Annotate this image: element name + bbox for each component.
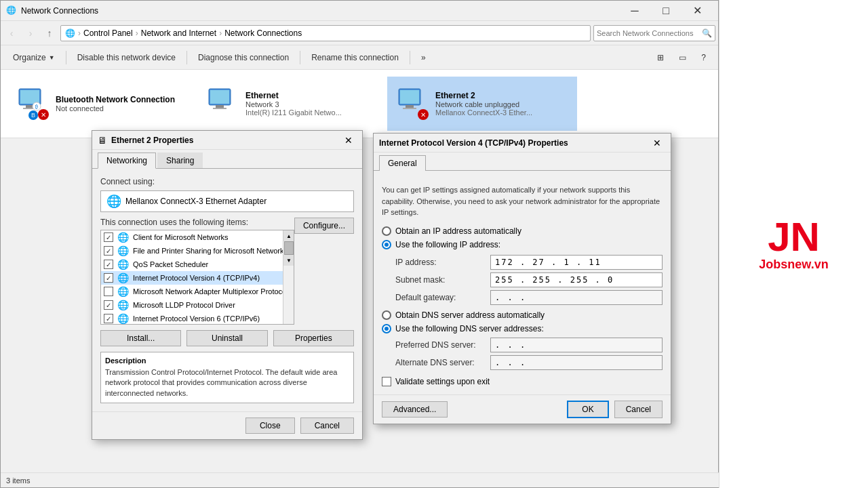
eth2-cancel-button[interactable]: Cancel bbox=[300, 418, 354, 434]
ethernet2-icon-wrapper: ✕ bbox=[396, 87, 429, 120]
dns-manual-label: Use the following DNS server addresses: bbox=[395, 324, 544, 333]
list-item[interactable]: 🌐Internet Protocol Version 6 (TCP/IPv6) bbox=[101, 312, 294, 324]
list-item[interactable]: 🌐File and Printer Sharing for Microsoft … bbox=[101, 244, 294, 258]
list-item[interactable]: 🌐Internet Protocol Version 4 (TCP/IPv4) bbox=[101, 271, 294, 285]
list-item-checkbox[interactable] bbox=[104, 232, 113, 242]
scrollbar-up-button[interactable]: ▲ bbox=[283, 230, 294, 241]
list-item-icon: 🌐 bbox=[117, 272, 129, 283]
validate-checkbox[interactable] bbox=[382, 377, 391, 386]
list-item-text: Internet Protocol Version 4 (TCP/IPv4) bbox=[133, 274, 260, 282]
preferred-dns-label: Preferred DNS server: bbox=[395, 340, 490, 350]
eth2-close-button[interactable]: ✕ bbox=[340, 132, 357, 148]
ip-fields: IP address: 172 . 27 . 1 . 11 Subnet mas… bbox=[395, 255, 663, 305]
window-controls: ─ □ ✕ bbox=[619, 1, 713, 21]
scrollbar-down-button[interactable]: ▼ bbox=[283, 255, 294, 266]
properties-button[interactable]: Properties bbox=[273, 330, 354, 346]
eth2-close-bottom-button[interactable]: Close bbox=[245, 418, 295, 434]
use-following-ip-radio[interactable] bbox=[382, 240, 391, 249]
diagnose-button[interactable]: Diagnose this connection bbox=[191, 48, 296, 67]
description-box: Description Transmission Control Protoco… bbox=[100, 352, 354, 403]
toolbar-separator-4 bbox=[410, 51, 410, 64]
eth2-tab-networking[interactable]: Networking bbox=[98, 152, 156, 169]
ethernet-item[interactable]: Ethernet Network 3 Intel(R) I211 Gigabit… bbox=[197, 77, 387, 131]
uninstall-button[interactable]: Uninstall bbox=[186, 330, 267, 346]
rename-button[interactable]: Rename this connection bbox=[304, 48, 406, 67]
eth2-title-bar: 🖥 Ethernet 2 Properties ✕ bbox=[92, 131, 362, 150]
ethernet-name: Ethernet bbox=[245, 91, 378, 100]
adapter-name: Mellanox ConnectX-3 Ethernet Adapter bbox=[125, 197, 267, 206]
help-button[interactable]: ? bbox=[694, 48, 713, 67]
maximize-button[interactable]: □ bbox=[650, 1, 682, 21]
advanced-button[interactable]: Advanced... bbox=[382, 401, 448, 418]
more-button[interactable]: » bbox=[414, 48, 433, 67]
view-options-button[interactable]: ⊞ bbox=[650, 48, 671, 67]
install-button[interactable]: Install... bbox=[100, 330, 181, 346]
list-item[interactable]: 🌐Client for Microsoft Networks bbox=[101, 230, 294, 244]
list-item-text: Microsoft LLDP Protocol Driver bbox=[133, 301, 235, 309]
minimize-button[interactable]: ─ bbox=[619, 1, 650, 21]
eth2-bottom-buttons: Close Cancel bbox=[92, 411, 362, 439]
list-item-checkbox[interactable] bbox=[104, 246, 113, 256]
bluetooth-network-item[interactable]: ₿ ✕ B Bluetooth Network Connection Not c… bbox=[7, 77, 197, 131]
eth2-tab-sharing[interactable]: Sharing bbox=[157, 152, 203, 168]
subnet-input[interactable]: 255 . 255 . 255 . 0 bbox=[490, 272, 663, 287]
organize-button[interactable]: Organize ▼ bbox=[6, 48, 62, 67]
list-item-checkbox[interactable] bbox=[104, 260, 113, 269]
preferred-dns-row: Preferred DNS server: . . . bbox=[395, 338, 663, 352]
search-icon: 🔍 bbox=[702, 28, 712, 38]
svg-rect-1 bbox=[20, 90, 39, 104]
list-item[interactable]: 🌐Microsoft LLDP Protocol Driver bbox=[101, 298, 294, 312]
dns-manual-radio[interactable] bbox=[382, 324, 391, 333]
search-input[interactable] bbox=[597, 29, 702, 37]
disable-network-button[interactable]: Disable this network device bbox=[71, 48, 182, 67]
alternate-dns-input[interactable]: . . . bbox=[490, 355, 663, 370]
search-box: 🔍 bbox=[593, 25, 715, 41]
ethernet2-item[interactable]: ✕ Ethernet 2 Network cable unplugged Mel… bbox=[387, 77, 577, 131]
logo-area: JN Jobsnew.vn bbox=[719, 0, 868, 488]
window-title: Network Connections bbox=[21, 6, 619, 16]
tcpip-close-button[interactable]: ✕ bbox=[649, 135, 665, 151]
dns-auto-label: Obtain DNS server address automatically bbox=[395, 310, 545, 320]
subnet-label: Subnet mask: bbox=[395, 275, 490, 285]
gateway-input[interactable]: . . . bbox=[490, 290, 663, 305]
close-button[interactable]: ✕ bbox=[682, 1, 713, 21]
use-following-ip-row: Use the following IP address: bbox=[382, 240, 663, 249]
forward-button[interactable]: › bbox=[22, 25, 39, 41]
list-item-icon: 🌐 bbox=[117, 286, 129, 297]
ip-address-input[interactable]: 172 . 27 . 1 . 11 bbox=[490, 255, 663, 270]
tcpip-content: You can get IP settings assigned automat… bbox=[374, 176, 671, 394]
logo-domain: Jobsnew.vn bbox=[759, 258, 828, 272]
items-list: 🌐Client for Microsoft Networks🌐File and … bbox=[101, 230, 294, 324]
ethernet-icon-wrapper bbox=[206, 87, 239, 120]
window-icon: 🌐 bbox=[6, 5, 17, 16]
breadcrumb-item-1[interactable]: Control Panel bbox=[83, 28, 133, 38]
pane-button[interactable]: ▭ bbox=[672, 48, 693, 67]
preferred-dns-input[interactable]: . . . bbox=[490, 338, 663, 352]
back-button[interactable]: ‹ bbox=[3, 25, 20, 41]
eth2-tabs: Networking Sharing bbox=[92, 150, 362, 169]
ethernet2-error-badge: ✕ bbox=[418, 109, 429, 120]
svg-rect-13 bbox=[403, 108, 416, 109]
cancel-button[interactable]: Cancel bbox=[614, 401, 663, 418]
list-item-checkbox[interactable] bbox=[104, 273, 113, 283]
up-button[interactable]: ↑ bbox=[41, 25, 58, 41]
list-item-icon: 🌐 bbox=[117, 259, 129, 270]
ok-button[interactable]: OK bbox=[567, 401, 608, 418]
configure-button[interactable]: Configure... bbox=[294, 218, 354, 234]
list-item[interactable]: 🌐QoS Packet Scheduler bbox=[101, 258, 294, 271]
list-item-checkbox[interactable] bbox=[104, 300, 113, 310]
tcpip-general-tab[interactable]: General bbox=[379, 155, 426, 171]
list-item[interactable]: 🌐Microsoft Network Adapter Multiplexor P… bbox=[101, 285, 294, 298]
alternate-dns-label: Alternate DNS server: bbox=[395, 358, 490, 367]
dns-auto-radio[interactable] bbox=[382, 310, 391, 320]
list-item-checkbox[interactable] bbox=[104, 287, 113, 296]
breadcrumb-item-3[interactable]: Network Connections bbox=[224, 28, 302, 38]
list-item-checkbox[interactable] bbox=[104, 314, 113, 323]
scrollbar-thumb[interactable] bbox=[284, 241, 294, 255]
adapter-box: 🌐 Mellanox ConnectX-3 Ethernet Adapter bbox=[100, 190, 354, 212]
obtain-auto-radio[interactable] bbox=[382, 226, 391, 236]
ok-cancel-row: OK Cancel bbox=[567, 401, 663, 418]
toolbar-separator bbox=[66, 51, 66, 64]
toolbar-separator-2 bbox=[186, 51, 187, 64]
breadcrumb-item-2[interactable]: Network and Internet bbox=[141, 28, 216, 38]
